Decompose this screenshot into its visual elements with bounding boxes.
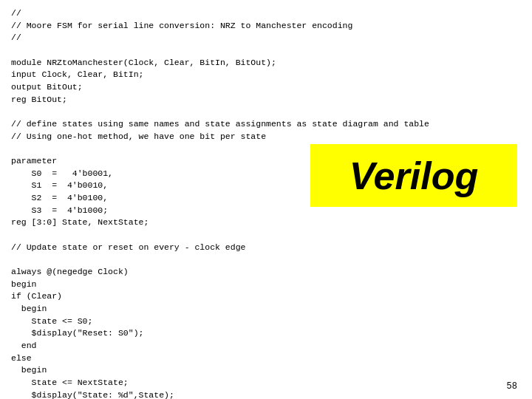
verilog-badge: Verilog [310, 144, 517, 207]
main-container: // // Moore FSM for serial line conversi… [0, 0, 532, 399]
verilog-label: Verilog [349, 154, 478, 198]
page-number: 58 [507, 381, 517, 392]
